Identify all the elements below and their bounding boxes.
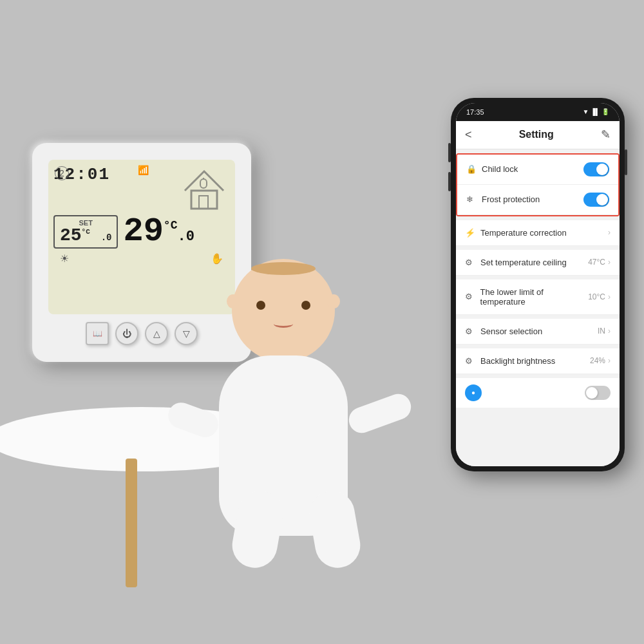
backlight-row[interactable]: ⚙ Backlight brightness 24% ›	[456, 348, 620, 374]
highlighted-section: 🔒 Child lock ❄ Frost protection	[456, 153, 620, 216]
phone-side-button	[625, 149, 627, 175]
phone-vol-up	[448, 143, 451, 162]
app-header: < Setting ✎	[456, 121, 620, 149]
settings-section-3: ⚙ The lower limit of temperature 10°C ›	[456, 279, 620, 315]
temp-ceiling-label: Set temperature ceiling	[480, 258, 567, 267]
phone-content: 🔒 Child lock ❄ Frost protection	[456, 149, 620, 466]
chevron-icon-2: ›	[608, 258, 611, 267]
status-icons: ▼ ▐▌ 🔋	[582, 108, 609, 115]
child-lock-toggle[interactable]	[583, 162, 609, 176]
chevron-icon-4: ›	[608, 327, 611, 336]
child-lock-label: Child lock	[482, 164, 518, 174]
screen-number: 2	[55, 166, 69, 180]
edit-icon[interactable]: ✎	[601, 128, 611, 142]
content-area: 2 12:01 📶 SET	[0, 98, 644, 600]
chevron-icon-5: ›	[608, 356, 611, 365]
status-bar: 17:35 ▼ ▐▌ 🔋	[456, 103, 620, 121]
brightness-icon: ☀	[60, 252, 69, 265]
sensor-label: Sensor selection	[480, 327, 542, 336]
frost-label: Frost protection	[482, 194, 540, 204]
house-icon	[178, 165, 230, 210]
phone-device: 17:35 ▼ ▐▌ 🔋 < Setting ✎ 🔒	[451, 98, 638, 471]
settings-section-2: ⚙ Set temperature ceiling 47°C ›	[456, 250, 620, 276]
frost-protection-row[interactable]: ❄ Frost protection	[457, 185, 618, 215]
settings-section: ⚡ Temperature correction ›	[456, 220, 620, 246]
settings-section-5: ⚙ Backlight brightness 24% ›	[456, 348, 620, 374]
backlight-value: 24%	[590, 356, 605, 365]
svg-rect-1	[199, 196, 208, 209]
sensor-row[interactable]: ⚙ Sensor selection IN ›	[456, 319, 620, 345]
bottom-toggle[interactable]	[585, 386, 611, 400]
chevron-icon-3: ›	[608, 292, 611, 301]
phone-vol-down	[448, 172, 451, 191]
temp-correction-row[interactable]: ⚡ Temperature correction ›	[456, 220, 620, 246]
wifi-icon: 📶	[138, 165, 149, 175]
baby-arm-right	[345, 390, 415, 437]
baby-head	[232, 259, 335, 362]
settings-section-4: ⚙ Sensor selection IN ›	[456, 319, 620, 345]
frost-toggle[interactable]	[583, 193, 609, 207]
temp-lower-icon: ⚙	[465, 292, 475, 301]
bottom-item: ●	[456, 378, 620, 408]
lock-icon: 🔒	[466, 164, 477, 174]
app-title: Setting	[519, 129, 554, 140]
temp-lower-label: The lower limit of temperature	[480, 287, 589, 307]
book-button[interactable]: 📖	[86, 322, 109, 345]
temp-lower-row[interactable]: ⚙ The lower limit of temperature 10°C ›	[456, 279, 620, 315]
svg-rect-3	[200, 179, 207, 188]
back-icon[interactable]: <	[465, 128, 472, 142]
phone-screen: 17:35 ▼ ▐▌ 🔋 < Setting ✎ 🔒	[456, 103, 620, 466]
baby-image	[180, 227, 399, 581]
svg-rect-0	[191, 191, 217, 209]
set-temp: 25°C .0	[60, 227, 111, 245]
up-button[interactable]: △	[145, 322, 168, 345]
temp-ceiling-row[interactable]: ⚙ Set temperature ceiling 47°C ›	[456, 250, 620, 276]
child-lock-row[interactable]: 🔒 Child lock	[457, 155, 618, 185]
table-leg	[126, 459, 137, 587]
blue-circle-icon: ●	[465, 384, 482, 401]
temp-lower-value: 10°C	[588, 292, 605, 301]
phone-shell: 17:35 ▼ ▐▌ 🔋 < Setting ✎ 🔒	[451, 98, 625, 471]
sensor-value: IN	[598, 327, 605, 336]
temp-correction-icon: ⚡	[465, 228, 475, 238]
power-button[interactable]: ⏻	[115, 322, 138, 345]
set-temp-box: SET 25°C .0	[53, 215, 118, 249]
sensor-icon: ⚙	[465, 327, 475, 336]
temp-ceiling-icon: ⚙	[465, 258, 475, 267]
backlight-label: Backlight brightness	[480, 356, 555, 366]
chevron-icon: ›	[608, 228, 611, 237]
temp-ceiling-value: 47°C	[588, 258, 605, 267]
backlight-icon: ⚙	[465, 356, 475, 366]
status-time: 17:35	[466, 108, 484, 116]
temp-correction-label: Temperature correction	[480, 228, 567, 238]
frost-icon: ❄	[466, 194, 477, 204]
baby-leg-right	[306, 487, 364, 571]
